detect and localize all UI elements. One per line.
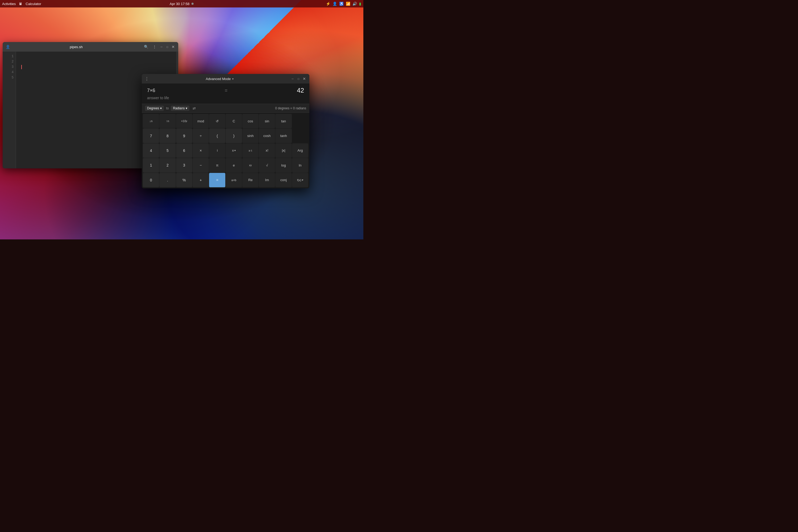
- btn-x[interactable]: x ▾: [226, 144, 242, 158]
- editor-menu-icon[interactable]: ⋮: [152, 44, 157, 50]
- btn-lparen[interactable]: (: [209, 129, 225, 143]
- editor-gutter: 1 2 3 4 5: [3, 52, 16, 168]
- code-line-2: [19, 59, 173, 64]
- btn-sin[interactable]: sin: [259, 114, 275, 128]
- btn-2[interactable]: 2: [159, 158, 175, 172]
- btn-times10y[interactable]: ×10y: [176, 114, 192, 128]
- btn-clear[interactable]: C: [226, 114, 242, 128]
- topbar-center: Apr 30 17:58: [170, 2, 194, 6]
- editor-minimize-button[interactable]: ─: [159, 45, 163, 49]
- calc-history: answer to life: [147, 95, 304, 101]
- editor-close-button[interactable]: ✕: [171, 45, 175, 49]
- calc-menu-icon[interactable]: ⋮: [145, 77, 149, 81]
- code-line-1: [19, 54, 173, 59]
- btn-undo[interactable]: ↺: [209, 114, 225, 128]
- wifi-icon[interactable]: 📶: [346, 2, 350, 6]
- unit-from-arrow: ▾: [160, 107, 162, 110]
- editor-search-icon[interactable]: 🔍: [143, 44, 150, 50]
- app-menu-label[interactable]: Calculator: [25, 2, 41, 6]
- btn-multiply[interactable]: ×: [193, 144, 209, 158]
- btn-conj[interactable]: conj: [275, 173, 291, 187]
- btn-6[interactable]: 6: [176, 144, 192, 158]
- gutter-line-2: 2: [3, 59, 16, 64]
- gutter-line-3: 3: [3, 64, 16, 70]
- volume-icon[interactable]: 🔊: [353, 2, 357, 6]
- unit-to-text: to: [166, 107, 169, 110]
- btn-x-abs[interactable]: |x|: [275, 144, 291, 158]
- calc-dropdown-icon[interactable]: ▾: [232, 77, 233, 80]
- topbar-right: ⚡ 👤 ♿ 📶 🔊 ▮: [326, 2, 361, 6]
- calc-expression: 7×6: [147, 88, 155, 93]
- bolt-icon[interactable]: ⚡: [326, 2, 330, 6]
- calc-expression-row: 7×6 = 42: [147, 87, 304, 94]
- editor-maximize-button[interactable]: □: [166, 45, 169, 49]
- calc-result: 42: [297, 87, 304, 94]
- calc-display: 7×6 = 42 answer to life: [142, 83, 309, 104]
- activities-button[interactable]: Activities: [2, 2, 16, 6]
- btn-x-fact[interactable]: x!: [259, 144, 275, 158]
- unit-swap-icon[interactable]: ⇄: [193, 106, 196, 110]
- btn-minus[interactable]: −: [193, 158, 209, 172]
- text-editor-titlebar: 👤 pipes.sh 🔍 ⋮ ─ □ ✕: [3, 42, 178, 52]
- btn-up-n[interactable]: ↑n: [159, 114, 175, 128]
- calc-titlebar: ⋮ Advanced Mode ▾ ─ □ ✕: [142, 74, 309, 83]
- btn-arg[interactable]: Arg: [292, 144, 308, 158]
- btn-divide[interactable]: ÷: [193, 129, 209, 143]
- btn-9[interactable]: 9: [176, 129, 192, 143]
- calc-close-button[interactable]: ✕: [302, 77, 306, 81]
- btn-e[interactable]: e: [226, 158, 242, 172]
- editor-avatar-icon: 👤: [6, 45, 10, 49]
- calc-minimize-button[interactable]: ─: [291, 77, 294, 81]
- btn-sqrt[interactable]: √: [259, 158, 275, 172]
- gutter-line-4: 4: [3, 70, 16, 75]
- notification-dot: [191, 3, 194, 5]
- topbar-left: Activities 🖩 Calculator: [2, 2, 326, 6]
- btn-0[interactable]: 0: [143, 173, 159, 187]
- code-line-3: [19, 64, 173, 70]
- btn-x-pow-y[interactable]: xy: [242, 158, 259, 172]
- btn-1[interactable]: 1: [143, 158, 159, 172]
- btn-cos[interactable]: cos: [242, 114, 259, 128]
- btn-re[interactable]: Re: [242, 173, 259, 187]
- btn-pi[interactable]: π: [209, 158, 225, 172]
- calc-unit-bar: Degrees ▾ to Radians ▾ ⇄ 0 degrees = 0 r…: [142, 104, 309, 113]
- btn-8[interactable]: 8: [159, 129, 175, 143]
- btn-down-n[interactable]: ↓n: [143, 114, 159, 128]
- btn-log[interactable]: log: [275, 158, 291, 172]
- btn-i[interactable]: i: [209, 144, 225, 158]
- btn-rparen[interactable]: ): [226, 129, 242, 143]
- btn-axb[interactable]: a×b: [226, 173, 242, 187]
- person-icon[interactable]: 👤: [332, 2, 337, 6]
- btn-tanh[interactable]: tanh: [275, 129, 291, 143]
- unit-to-selector[interactable]: Radians ▾: [171, 106, 189, 111]
- btn-cosh[interactable]: cosh: [259, 129, 275, 143]
- btn-5[interactable]: 5: [159, 144, 175, 158]
- accessibility-icon[interactable]: ♿: [339, 2, 344, 6]
- btn-equals[interactable]: =: [209, 173, 225, 187]
- btn-4[interactable]: 4: [143, 144, 159, 158]
- btn-sinh[interactable]: sinh: [242, 129, 259, 143]
- btn-7[interactable]: 7: [143, 129, 159, 143]
- calc-maximize-button[interactable]: □: [297, 77, 300, 81]
- btn-dot[interactable]: .: [159, 173, 175, 187]
- btn-percent[interactable]: %: [176, 173, 192, 187]
- topbar: Activities 🖩 Calculator Apr 30 17:58 ⚡ 👤…: [0, 0, 363, 7]
- calc-mode-label: Advanced Mode: [206, 77, 231, 81]
- calc-equals-sign: =: [225, 88, 228, 93]
- btn-ln[interactable]: ln: [292, 158, 308, 172]
- btn-tan[interactable]: tan: [275, 114, 291, 128]
- btn-im[interactable]: Im: [259, 173, 275, 187]
- btn-3[interactable]: 3: [176, 158, 192, 172]
- unit-to-label-text: Radians: [173, 107, 185, 110]
- btn-fx[interactable]: f(x) ▾: [292, 173, 308, 187]
- unit-result-text: 0 degrees = 0 radians: [275, 107, 306, 110]
- unit-from-label: Degrees: [147, 107, 159, 110]
- battery-icon[interactable]: ▮: [359, 2, 361, 6]
- calculator-window: ⋮ Advanced Mode ▾ ─ □ ✕ 7×6 = 42 answer …: [142, 74, 309, 188]
- gutter-line-5: 5: [3, 75, 16, 80]
- btn-mod[interactable]: mod: [193, 114, 209, 128]
- topbar-app-icon: 🖩: [19, 2, 22, 6]
- unit-from-selector[interactable]: Degrees ▾: [145, 106, 164, 111]
- btn-x-inv[interactable]: x-1: [242, 144, 259, 158]
- btn-plus[interactable]: +: [193, 173, 209, 187]
